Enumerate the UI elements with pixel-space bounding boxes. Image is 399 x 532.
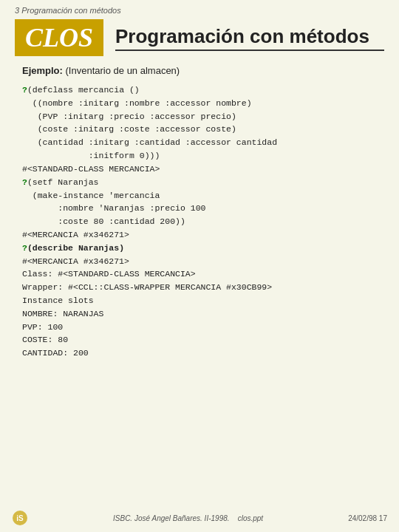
- code-line: ?(describe Naranjas): [22, 243, 124, 253]
- footer-center-text: ISBC. José Angel Bañares. II-1998. clos.…: [113, 514, 263, 522]
- code-line: CANTIDAD: 200: [22, 348, 89, 358]
- code-line: (PVP :initarg :precio :accessor precio): [22, 112, 236, 121]
- ejemplo-label: Ejemplo:: [22, 65, 63, 76]
- ejemplo-text: (Inventario de un almacen): [66, 65, 180, 76]
- code-line: #<STANDARD-CLASS MERCANCIA>: [22, 164, 160, 174]
- code-line: ((nombre :initarg :nombre :accessor nomb…: [22, 98, 252, 108]
- code-line: Class: #<STANDARD-CLASS MERCANCIA>: [22, 269, 196, 279]
- footer-logo-icon: iS: [12, 510, 28, 526]
- clos-badge: CLOS: [15, 19, 103, 56]
- code-line: PVP: 100: [22, 322, 63, 332]
- code-line: :coste 80 :cantidad 200)): [22, 216, 185, 226]
- ejemplo-line: Ejemplo: (Inventario de un almacen): [22, 65, 384, 76]
- code-line: (make-instance 'mercancia: [22, 191, 160, 200]
- code-line: Wrapper: #<CCL::CLASS-WRAPPER MERCANCIA …: [22, 282, 272, 292]
- code-line: ?(defclass mercancia (): [22, 85, 140, 95]
- svg-text:iS: iS: [16, 514, 24, 522]
- footer-date-page: 24/02/98 17: [348, 514, 387, 522]
- code-line: (cantidad :initarg :cantidad :accessor c…: [22, 137, 277, 147]
- code-line: COSTE: 80: [22, 335, 68, 344]
- breadcrumb: 3 Programación con métodos: [15, 6, 384, 15]
- code-line: NOMBRE: NARANJAS: [22, 309, 103, 318]
- code-block: ?(defclass mercancia () ((nombre :initar…: [22, 83, 384, 360]
- code-line: :nombre 'Naranjas :precio 100: [22, 203, 205, 213]
- code-line: ?(setf Naranjas: [22, 177, 99, 187]
- code-line: Instance slots: [22, 296, 94, 305]
- code-line: #<MERCANCIA #x346271>: [22, 256, 129, 266]
- code-line: :initform 0))): [22, 151, 160, 160]
- code-line: #<MERCANCIA #x346271>: [22, 230, 129, 239]
- page-title: Programación con métodos: [115, 25, 384, 51]
- header-row: CLOS Programación con métodos: [15, 19, 384, 56]
- footer: iS ISBC. José Angel Bañares. II-1998. cl…: [0, 510, 399, 526]
- code-line: (coste :initarg :coste :accessor coste): [22, 124, 236, 134]
- page-container: 3 Programación con métodos CLOS Programa…: [0, 0, 399, 532]
